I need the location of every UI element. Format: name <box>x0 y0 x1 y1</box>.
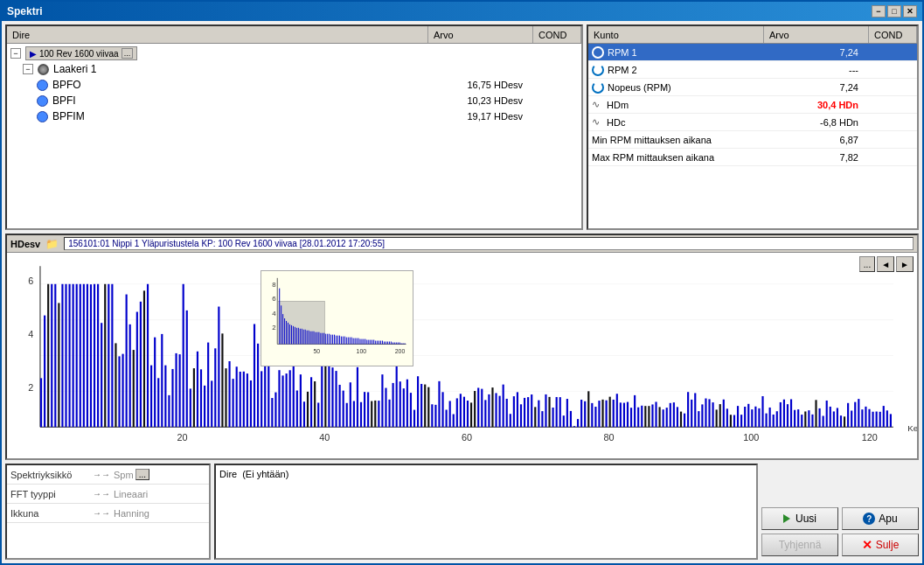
svg-rect-324 <box>377 341 378 345</box>
svg-rect-93 <box>310 377 312 427</box>
chart-menu-button[interactable]: ... <box>859 256 875 272</box>
svg-rect-270 <box>284 318 285 344</box>
hdc-label: HDc <box>607 117 625 128</box>
svg-rect-189 <box>651 404 653 427</box>
kunto-row-rpm2[interactable]: RPM 2 --- <box>588 61 917 79</box>
laakeri-expand-icon[interactable]: − <box>23 64 33 74</box>
svg-rect-289 <box>316 332 317 345</box>
hdc-value: -6,8 HDn <box>778 117 865 128</box>
svg-rect-332 <box>391 342 392 345</box>
svg-text:2: 2 <box>28 383 33 394</box>
svg-rect-117 <box>396 366 398 427</box>
svg-rect-135 <box>460 394 462 427</box>
svg-rect-250 <box>868 409 870 427</box>
spektri-btn[interactable]: ... <box>135 469 149 480</box>
svg-rect-188 <box>648 406 650 427</box>
kunto-row-hdm[interactable]: ∿ HDm 30,4 HDn <box>588 96 917 114</box>
tree-row-bpfim[interactable]: BPFIM 19,17 HDesv <box>9 108 580 124</box>
spectrum-path: 156101:01 Nippi 1 Yläpuristustela KP: 10… <box>64 237 914 250</box>
svg-rect-54 <box>171 369 173 427</box>
svg-rect-277 <box>296 328 297 345</box>
dire-value-panel: Dire (Ei yhtään) <box>214 464 758 560</box>
chart-next-button[interactable]: ► <box>896 256 914 272</box>
svg-rect-176 <box>606 401 608 428</box>
svg-rect-63 <box>204 386 205 427</box>
svg-rect-244 <box>847 403 849 427</box>
tree-row-bpfi[interactable]: BPFI 10,23 HDesv <box>9 93 580 108</box>
svg-text:200: 200 <box>395 348 406 354</box>
rpm2-value: --- <box>778 65 865 75</box>
svg-rect-314 <box>360 339 361 345</box>
svg-rect-327 <box>382 341 383 345</box>
kunto-row-minrpm: Min RPM mittauksen aikana 6,87 <box>588 131 917 149</box>
svg-rect-21 <box>54 284 56 427</box>
svg-rect-105 <box>353 401 355 428</box>
svg-rect-243 <box>844 416 845 427</box>
svg-rect-153 <box>524 398 525 427</box>
svg-rect-293 <box>323 333 324 345</box>
svg-rect-331 <box>389 342 390 345</box>
minimize-button[interactable]: − <box>872 5 886 17</box>
tree-row-bpfo[interactable]: BPFO 16,75 HDesv <box>9 77 580 93</box>
tree-row-laakeri[interactable]: − Laakeri 1 <box>9 61 580 77</box>
svg-rect-69 <box>225 368 226 427</box>
kunto-row-hdc[interactable]: ∿ HDc -6,8 HDn <box>588 114 917 131</box>
svg-rect-337 <box>399 342 400 344</box>
svg-rect-26 <box>73 284 74 427</box>
svg-rect-146 <box>499 396 501 428</box>
svg-rect-81 <box>267 366 269 427</box>
svg-rect-56 <box>179 354 181 427</box>
bottom-btn-row: Tyhjennä ✕ Sulje <box>761 534 919 556</box>
svg-rect-37 <box>111 284 113 427</box>
uusi-button[interactable]: Uusi <box>761 507 838 530</box>
dire-field-value: (Ei yhtään) <box>242 469 288 479</box>
root-menu-btn[interactable]: ... <box>122 48 134 59</box>
tyhjenna-button[interactable]: Tyhjennä <box>761 534 838 556</box>
svg-rect-24 <box>65 284 66 427</box>
svg-rect-95 <box>317 402 319 427</box>
svg-rect-161 <box>552 408 554 427</box>
chart-prev-button[interactable]: ◄ <box>877 256 894 272</box>
svg-rect-61 <box>197 352 198 427</box>
top-btn-row: Uusi ? Apu <box>761 507 919 530</box>
spectrum-header: HDesv 📁 156101:01 Nippi 1 Yläpuristustel… <box>7 235 917 253</box>
svg-rect-94 <box>314 381 316 427</box>
close-button[interactable]: ✕ <box>903 5 917 17</box>
svg-rect-238 <box>826 401 828 427</box>
svg-text:4: 4 <box>272 310 276 317</box>
tree-row-root[interactable]: − ▶ 100 Rev 1600 viivaa ... <box>9 45 580 61</box>
svg-rect-179 <box>616 394 618 427</box>
svg-rect-85 <box>281 375 283 427</box>
kunto-row-maxrpm: Max RPM mittauksen aikana 7,82 <box>588 149 917 166</box>
ikkuna-label: Ikkuna <box>10 508 89 519</box>
svg-rect-87 <box>289 370 291 427</box>
kunto-col-arvo: Arvo <box>764 26 869 43</box>
svg-rect-143 <box>488 394 490 427</box>
settings-row-ikkuna: Ikkuna →→ Hanning <box>7 504 209 523</box>
restore-button[interactable]: □ <box>887 5 901 17</box>
svg-rect-302 <box>339 336 340 345</box>
svg-rect-90 <box>300 374 302 427</box>
svg-text:20: 20 <box>177 432 188 443</box>
svg-rect-57 <box>183 284 184 427</box>
kunto-row-nopeus[interactable]: Nopeus (RPM) 7,24 <box>588 79 917 96</box>
svg-rect-268 <box>281 305 281 344</box>
svg-rect-92 <box>307 392 309 427</box>
svg-rect-334 <box>394 342 395 344</box>
svg-rect-211 <box>730 415 732 427</box>
kunto-row-rpm1[interactable]: RPM 1 7,24 <box>588 44 917 61</box>
tree-content[interactable]: − ▶ 100 Rev 1600 viivaa ... <box>7 44 581 228</box>
expand-icon[interactable]: − <box>10 48 21 59</box>
svg-rect-304 <box>343 337 344 345</box>
svg-rect-317 <box>365 339 365 345</box>
svg-rect-318 <box>366 340 367 345</box>
chart-container: ... ◄ ► 6 4 2 <box>7 253 917 458</box>
svg-rect-20 <box>51 284 52 427</box>
apu-button[interactable]: ? Apu <box>842 507 919 530</box>
sulje-button[interactable]: ✕ Sulje <box>842 534 919 556</box>
svg-rect-208 <box>719 404 721 427</box>
svg-rect-283 <box>307 331 308 345</box>
svg-text:6: 6 <box>28 276 33 286</box>
hdm-label: HDm <box>607 100 629 110</box>
minimap: 8 6 4 2 50 100 200 <box>261 270 413 366</box>
